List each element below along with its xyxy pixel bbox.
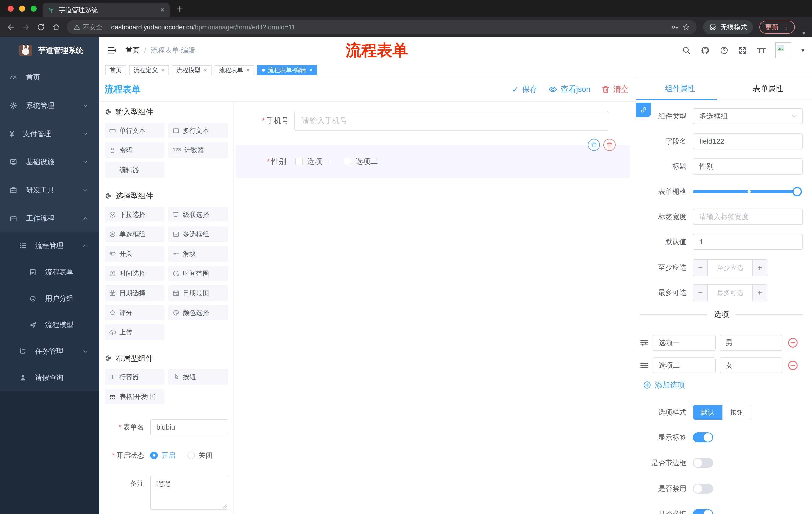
component-editor[interactable]: 编辑器 [105, 162, 165, 178]
sidebar-item-process-model[interactable]: 流程模型 [0, 312, 99, 338]
option-label-input[interactable]: 选项一 [653, 335, 716, 351]
title-input[interactable]: 性别 [693, 158, 803, 174]
sidebar-item-system[interactable]: 系统管理 [0, 91, 99, 120]
increment-button[interactable]: + [752, 260, 767, 276]
component-upload[interactable]: 上传 [105, 324, 165, 340]
style-default-button[interactable]: 默认 [693, 405, 722, 420]
component-color-picker[interactable]: 颜色选择 [168, 305, 228, 320]
component-type-select[interactable]: 多选框组 [693, 108, 803, 124]
remove-option-icon[interactable] [787, 360, 799, 371]
component-single-text[interactable]: 单行文本 [105, 123, 165, 138]
avatar-caret-icon[interactable]: ▾ [802, 47, 805, 54]
minimize-window-button[interactable] [19, 5, 25, 11]
help-icon[interactable] [720, 46, 728, 55]
maximize-window-button[interactable] [31, 5, 37, 11]
option-value-input[interactable]: 男 [720, 335, 782, 351]
label-width-input[interactable]: 请输入标签宽度 [693, 209, 803, 225]
clear-button[interactable]: 清空 [602, 84, 629, 94]
increment-button[interactable]: + [752, 285, 767, 301]
home-icon[interactable] [52, 23, 60, 31]
sidebar-item-process-mgmt[interactable]: 流程管理 [0, 232, 99, 259]
gender-option-1-checkbox[interactable]: 选项一 [295, 156, 330, 167]
github-icon[interactable] [701, 46, 710, 55]
disabled-toggle[interactable] [693, 484, 713, 494]
sidebar-item-leave-query[interactable]: 请假查询 [0, 364, 99, 391]
canvas-selected-component[interactable]: *性别 选项一 选项二 [236, 145, 630, 178]
max-select-input[interactable]: 最多可选 [708, 285, 752, 301]
canvas-phone-field[interactable]: *手机号 请输入手机号 [234, 111, 636, 131]
tag-process-form-edit[interactable]: 流程表单-编辑× [257, 65, 317, 75]
tab-close-icon[interactable]: × [160, 5, 165, 14]
style-button-button[interactable]: 按钮 [722, 405, 751, 420]
sidebar-item-workflow[interactable]: 工作流程 [0, 204, 99, 232]
link-icon[interactable] [636, 103, 651, 117]
sidebar-item-user-group[interactable]: 用户分组 [0, 285, 99, 312]
required-toggle[interactable] [693, 509, 713, 514]
phone-input[interactable]: 请输入手机号 [294, 111, 609, 131]
component-radio-group[interactable]: 单选框组 [105, 226, 165, 242]
tag-close-icon[interactable]: × [203, 66, 207, 74]
component-switch[interactable]: 开关 [105, 246, 165, 262]
browser-tab[interactable]: 芋道管理系统 × [43, 2, 170, 17]
component-row-container[interactable]: 行容器 [105, 369, 165, 385]
component-checkbox-group[interactable]: 多选框组 [168, 226, 228, 242]
drag-handle-icon[interactable] [640, 361, 649, 370]
tag-process-model[interactable]: 流程模型× [172, 65, 211, 75]
form-grid-slider[interactable] [693, 190, 801, 193]
back-icon[interactable] [6, 23, 15, 31]
component-time-picker[interactable]: 时间选择 [105, 266, 165, 281]
slider-handle[interactable] [792, 187, 802, 196]
avatar[interactable] [775, 42, 791, 58]
app-logo[interactable]: 芋道管理系统 [0, 37, 99, 63]
close-window-button[interactable] [7, 5, 13, 11]
chrome-caret-icon[interactable]: ▾ [803, 30, 806, 37]
status-on-radio[interactable]: 开启 [150, 451, 175, 460]
component-rate[interactable]: 评分 [105, 305, 165, 320]
fullscreen-icon[interactable] [738, 46, 747, 55]
sidebar-item-devtools[interactable]: 研发工具 [0, 176, 99, 204]
tab-component-props[interactable]: 组件属性 [636, 77, 724, 100]
tag-close-icon[interactable]: × [246, 66, 250, 74]
sidebar-item-infra[interactable]: 基础设施 [0, 148, 99, 176]
view-json-button[interactable]: 查看json [548, 84, 590, 94]
border-toggle[interactable] [693, 458, 713, 468]
component-counter[interactable]: 123计数器 [168, 142, 228, 158]
component-multi-text[interactable]: 多行文本 [168, 123, 228, 138]
tag-process-definition[interactable]: 流程定义× [129, 65, 169, 75]
option-label-input[interactable]: 选项二 [653, 357, 716, 373]
component-button[interactable]: 按钮 [168, 369, 228, 385]
default-value-input[interactable]: 1 [693, 234, 803, 250]
drag-handle-icon[interactable] [640, 338, 649, 347]
component-date-range[interactable]: 日期范围 [168, 285, 228, 301]
sidebar-item-process-form[interactable]: 流程表单 [0, 259, 99, 285]
forward-icon[interactable] [22, 23, 30, 31]
tag-close-icon[interactable]: × [309, 66, 313, 74]
address-bar[interactable]: 不安全 dashboard.yudao.iocoder.cn/bpm/manag… [67, 20, 697, 34]
component-table[interactable]: 表格[开发中] [105, 389, 165, 404]
search-icon[interactable] [682, 46, 691, 55]
tag-home[interactable]: 首页 [105, 65, 126, 75]
form-remark-textarea[interactable]: 嘿嘿 [150, 476, 228, 510]
component-select[interactable]: 下拉选择 [105, 207, 165, 222]
breadcrumb-home[interactable]: 首页 [126, 46, 140, 55]
hamburger-icon[interactable] [107, 46, 117, 55]
status-off-radio[interactable]: 关闭 [187, 451, 212, 460]
remove-option-icon[interactable] [787, 337, 799, 348]
copy-component-button[interactable] [588, 139, 600, 151]
field-name-input[interactable]: field122 [693, 133, 803, 150]
key-icon[interactable] [671, 23, 678, 31]
sidebar-item-payment[interactable]: ¥ 支付管理 [0, 120, 99, 148]
font-size-icon[interactable]: TT [757, 46, 765, 55]
decrement-button[interactable]: − [693, 285, 708, 301]
sidebar-item-home[interactable]: 首页 [0, 63, 99, 91]
form-name-input[interactable]: biubiu [150, 420, 228, 435]
component-password[interactable]: 密码 [105, 142, 165, 158]
tag-close-icon[interactable]: × [161, 66, 164, 74]
decrement-button[interactable]: − [693, 260, 708, 276]
delete-component-button[interactable] [604, 139, 615, 151]
component-slider[interactable]: 滑块 [168, 246, 228, 262]
form-canvas[interactable]: *手机号 请输入手机号 *性别 选项一 选项二 [234, 102, 636, 514]
add-option-button[interactable]: 添加选项 [643, 380, 803, 390]
show-label-toggle[interactable] [693, 432, 713, 442]
component-date-picker[interactable]: 日期选择 [105, 285, 165, 301]
